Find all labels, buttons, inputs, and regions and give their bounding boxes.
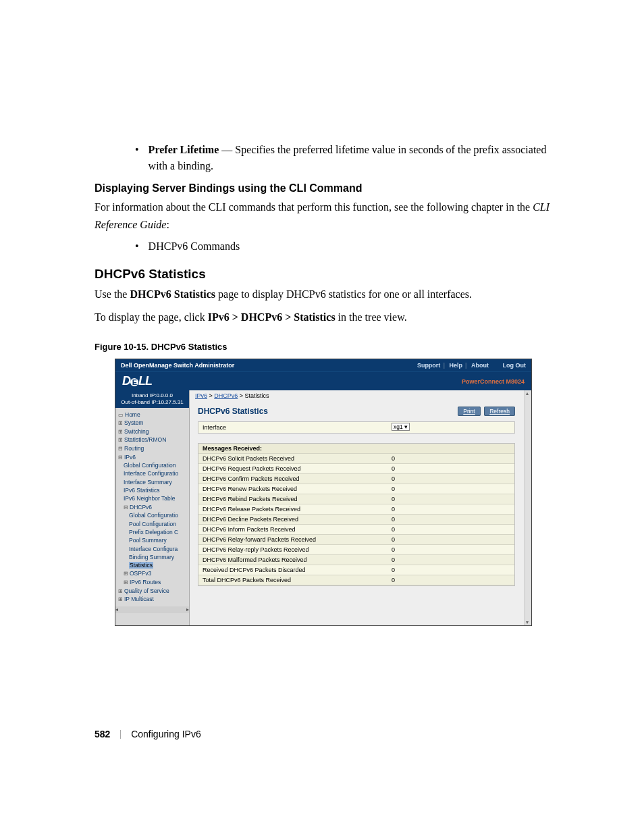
panel-title: DHCPv6 Statistics xyxy=(198,407,268,416)
nav-item[interactable]: ⊟Routing xyxy=(118,444,188,453)
table-row: DHCPv6 Relay-reply Packets Received0 xyxy=(198,545,514,555)
table-row: Received DHCPv6 Packets Discarded0 xyxy=(198,565,514,575)
nav-item[interactable]: ⊞Switching xyxy=(118,427,188,436)
print-button[interactable]: Print xyxy=(458,407,480,416)
msg-head: Messages Received: xyxy=(198,444,387,453)
nav-item[interactable]: ⊞OSPFv3 xyxy=(124,569,188,578)
tree-toggle-icon[interactable]: ⊞ xyxy=(118,437,123,443)
table-row: DHCPv6 Relay-forward Packets Received0 xyxy=(198,535,514,545)
tree-toggle-icon[interactable]: ▭ xyxy=(118,412,124,418)
stat-value: 0 xyxy=(387,565,514,575)
refresh-button[interactable]: Refresh xyxy=(484,407,515,416)
interface-select[interactable]: xg1 ▾ xyxy=(392,423,410,431)
nav-item[interactable]: IPv6 Statistics xyxy=(124,486,188,494)
breadcrumb-ipv6[interactable]: IPv6 xyxy=(195,392,207,399)
table-row: DHCPv6 Solicit Packets Received0 xyxy=(198,454,514,464)
table-row: DHCPv6 Request Packets Received0 xyxy=(198,464,514,474)
nav-item[interactable]: Interface Configuratio xyxy=(124,469,188,477)
table-row: DHCPv6 Release Packets Received0 xyxy=(198,504,514,515)
stat-name: DHCPv6 Malformed Packets Received xyxy=(198,555,387,565)
stat-value: 0 xyxy=(387,525,514,534)
nav-h-scrollbar[interactable]: ◂▸ xyxy=(115,606,189,613)
tree-toggle-icon[interactable]: ⊞ xyxy=(124,571,128,577)
stat-name: Received DHCPv6 Packets Discarded xyxy=(198,565,387,575)
stats-heading: DHCPv6 Statistics xyxy=(95,267,563,282)
topbar-links: Support| Help| About Log Out xyxy=(412,362,526,369)
dell-logo-icon: DELL xyxy=(122,374,152,388)
nav-item[interactable]: ▭Home xyxy=(118,411,188,419)
support-link[interactable]: Support xyxy=(417,362,441,369)
stat-value: 0 xyxy=(387,474,514,484)
stat-value: 0 xyxy=(387,454,514,463)
nav-item[interactable]: ⊞System xyxy=(118,419,188,427)
tree-toggle-icon[interactable]: ⊟ xyxy=(124,504,128,511)
stat-name: DHCPv6 Solicit Packets Received xyxy=(198,454,387,463)
nav-item[interactable]: Prefix Delegation C xyxy=(129,528,188,536)
bullet-dhcpv6-commands: • DHCPv6 Commands xyxy=(135,238,563,255)
tree-toggle-icon[interactable]: ⊞ xyxy=(124,579,128,585)
nav-item[interactable]: Interface Configura xyxy=(129,545,188,553)
stats-body-2: To display the page, click IPv6 > DHCPv6… xyxy=(95,309,563,326)
bullet-dot-icon: • xyxy=(135,238,139,255)
stat-value: 0 xyxy=(387,555,514,565)
page-number: 582 xyxy=(95,729,110,739)
stats-table: Messages Received: DHCPv6 Solicit Packet… xyxy=(198,443,515,586)
tree-toggle-icon[interactable]: ⊞ xyxy=(118,420,123,426)
tree-toggle-icon[interactable]: ⊞ xyxy=(118,429,123,435)
about-link[interactable]: About xyxy=(471,362,489,369)
nav-item[interactable]: Global Configuration xyxy=(124,461,188,469)
stat-name: DHCPv6 Request Packets Received xyxy=(198,464,387,473)
tree-toggle-icon[interactable]: ⊞ xyxy=(118,588,123,594)
stat-name: DHCPv6 Relay-reply Packets Received xyxy=(198,545,387,554)
stat-name: DHCPv6 Rebind Packets Received xyxy=(198,494,387,504)
table-row: DHCPv6 Decline Packets Received0 xyxy=(198,515,514,525)
stat-name: DHCPv6 Renew Packets Received xyxy=(198,484,387,494)
nav-tree[interactable]: ▭Home⊞System⊞Switching⊞Statistics/RMON⊟R… xyxy=(115,408,189,606)
breadcrumb: IPv6 > DHCPv6 > Statistics xyxy=(190,390,525,401)
nav-item[interactable]: ⊞Statistics/RMON xyxy=(118,436,188,444)
stats-body-1: Use the DHCPv6 Statistics page to displa… xyxy=(95,286,563,303)
breadcrumb-current: Statistics xyxy=(245,392,269,399)
section-title: Configuring IPv6 xyxy=(131,729,201,739)
stat-value: 0 xyxy=(387,504,514,514)
stat-value: 0 xyxy=(387,484,514,494)
nav-item[interactable]: Statistics xyxy=(129,561,188,569)
stat-name: DHCPv6 Inform Packets Received xyxy=(198,525,387,534)
cli-body: For information about the CLI commands t… xyxy=(95,199,563,233)
nav-item[interactable]: Binding Summary xyxy=(129,553,188,561)
nav-item[interactable]: IPv6 Neighbor Table xyxy=(124,494,188,502)
table-row: DHCPv6 Confirm Packets Received0 xyxy=(198,474,514,484)
tree-toggle-icon[interactable]: ⊞ xyxy=(118,596,123,602)
table-row: DHCPv6 Rebind Packets Received0 xyxy=(198,494,514,504)
nav-item[interactable]: ⊟IPv6 xyxy=(118,453,188,462)
app-title: Dell OpenManage Switch Administrator xyxy=(121,362,234,369)
chevron-down-icon: ▾ xyxy=(404,423,408,430)
nav-item[interactable]: Pool Summary xyxy=(129,536,188,544)
stat-value: 0 xyxy=(387,494,514,504)
logo-bar: DELL PowerConnect M8024 xyxy=(115,371,531,390)
help-link[interactable]: Help xyxy=(449,362,462,369)
screenshot-frame: Dell OpenManage Switch Administrator Sup… xyxy=(115,359,532,626)
stat-name: Total DHCPv6 Packets Received xyxy=(198,575,387,585)
sidebar-nav: Inband IP:0.0.0.0 Out-of-band IP:10.27.5… xyxy=(115,390,190,625)
tree-toggle-icon[interactable]: ⊟ xyxy=(118,446,123,452)
stat-name: DHCPv6 Release Packets Received xyxy=(198,504,387,514)
nav-item[interactable]: Interface Summary xyxy=(124,478,188,486)
breadcrumb-dhcpv6[interactable]: DHCPv6 xyxy=(214,392,238,399)
nav-item[interactable]: ⊞Quality of Service xyxy=(118,587,188,596)
interface-row: Interface xg1 ▾ xyxy=(198,421,515,434)
table-row: DHCPv6 Malformed Packets Received0 xyxy=(198,555,514,565)
nav-item[interactable]: Global Configuratio xyxy=(129,511,188,519)
figure-caption: Figure 10-15. DHCPv6 Statistics xyxy=(95,342,563,352)
nav-item[interactable]: Pool Configuration xyxy=(129,520,188,528)
stat-value: 0 xyxy=(387,575,514,585)
nav-item[interactable]: ⊟DHCPv6 xyxy=(124,503,188,512)
table-row: DHCPv6 Renew Packets Received0 xyxy=(198,484,514,494)
tree-toggle-icon[interactable]: ⊟ xyxy=(118,454,123,461)
nav-item[interactable]: ⊞IPv6 Routes xyxy=(124,578,188,587)
stat-name: DHCPv6 Relay-forward Packets Received xyxy=(198,535,387,544)
app-titlebar: Dell OpenManage Switch Administrator Sup… xyxy=(115,359,531,371)
main-v-scrollbar[interactable] xyxy=(525,390,531,625)
logout-link[interactable]: Log Out xyxy=(503,362,527,369)
nav-item[interactable]: ⊞IP Multicast xyxy=(118,595,188,604)
